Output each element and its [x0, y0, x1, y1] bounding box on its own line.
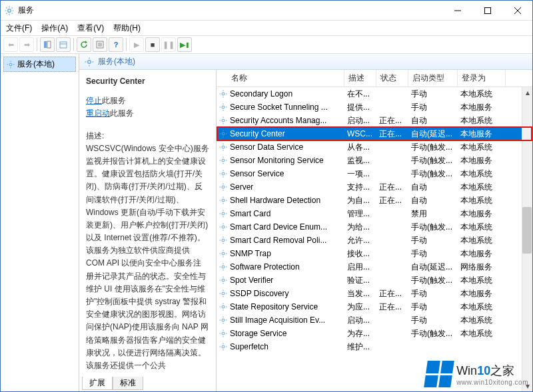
cell-name: Software Protection [227, 262, 344, 272]
window-controls [442, 1, 532, 21]
service-row[interactable]: Sensor Service一项...手动(触发...本地系统 [217, 167, 532, 180]
scroll-up-gutter [217, 70, 227, 87]
restart-service-button[interactable]: ▶❚ [177, 37, 192, 52]
toolbar-separator [73, 38, 74, 51]
cell-logon: 本地系统 [458, 182, 506, 193]
cell-logon: 本地系统 [458, 222, 506, 233]
svg-rect-10 [484, 7, 490, 13]
nav-back-button[interactable]: ⬅ [3, 37, 18, 52]
service-row[interactable]: SNMP Trap接收...手动本地服务 [217, 247, 532, 260]
show-hide-tree-button[interactable] [40, 37, 55, 52]
col-header-name[interactable]: 名称 [227, 70, 344, 87]
gear-icon [217, 250, 227, 258]
wm-num: 10 [477, 364, 490, 377]
col-header-status[interactable]: 状态 [376, 70, 408, 87]
service-row[interactable]: Security CenterWSC...正在...自动(延迟...本地服务 [217, 127, 532, 140]
svg-point-51 [222, 146, 225, 148]
maximize-button[interactable] [472, 1, 502, 21]
service-row[interactable]: Server支持...正在...自动本地系统 [217, 180, 532, 194]
cell-desc: 从各... [344, 142, 376, 153]
service-row[interactable]: SSDP Discovery当发...正在...手动本地服务 [217, 287, 532, 300]
gear-icon [85, 57, 94, 67]
restart-suffix: 此服务 [110, 108, 134, 118]
menu-file[interactable]: 文件(F) [6, 23, 32, 34]
cell-desc: 支持... [344, 182, 376, 193]
nav-forward-button[interactable]: ➡ [19, 37, 34, 52]
service-list[interactable]: Secondary Logon在不...手动本地系统Secure Socket … [217, 87, 532, 391]
gear-icon [217, 236, 227, 244]
refresh-button[interactable] [77, 37, 91, 52]
cell-startup: 手动 [408, 288, 458, 299]
service-row[interactable]: Shell Hardware Detection为自...正在...自动本地系统 [217, 194, 532, 207]
service-detail-pane: Security Center 停止此服务 重启动此服务 描述: WSCSVC(… [79, 70, 216, 391]
cell-logon: 本地系统 [458, 89, 506, 100]
scroll-up-icon[interactable]: ▴ [522, 87, 532, 98]
service-row[interactable]: Security Accounts Manag...启动...正在...自动本地… [217, 114, 532, 127]
cell-desc: 当发... [344, 288, 376, 299]
start-service-button[interactable]: ▶ [129, 37, 144, 52]
pane-header: 服务(本地) [79, 54, 532, 70]
service-row[interactable]: Storage Service为存...手动(触发...本地系统 [217, 327, 532, 340]
close-button[interactable] [502, 1, 532, 21]
cell-logon: 本地系统 [458, 315, 506, 326]
cell-status: 正在... [376, 115, 408, 126]
gear-icon [217, 183, 227, 191]
cell-logon: 本地系统 [458, 168, 506, 180]
svg-point-121 [222, 332, 225, 335]
cell-name: Smart Card [227, 209, 344, 218]
stop-link[interactable]: 停止 [86, 96, 102, 105]
cell-desc: 维护... [344, 341, 376, 353]
menu-view[interactable]: 查看(V) [77, 23, 104, 34]
help-button[interactable]: ? [109, 37, 123, 52]
svg-line-7 [6, 13, 7, 13]
cell-desc: 启用... [344, 262, 376, 273]
col-header-logon[interactable]: 登录为 [458, 70, 506, 87]
tab-extended[interactable]: 扩展 [82, 377, 113, 390]
svg-point-61 [222, 172, 225, 175]
cell-startup: 手动 [408, 315, 458, 326]
service-row[interactable]: Superfetch维护... [217, 340, 532, 353]
cell-startup: 手动 [408, 102, 458, 113]
service-row[interactable]: Sensor Monitoring Service监视...手动(触发...本地… [217, 154, 532, 167]
pause-service-button[interactable]: ❚❚ [161, 37, 176, 52]
service-row[interactable]: Spot Verifier验证...手动(触发...本地系统 [217, 274, 532, 287]
services-window: 服务 文件(F) 操作(A) 查看(V) 帮助(H) ⬅ ➡ ? ▶ ■ ❚❚ … [0, 0, 533, 392]
service-row[interactable]: Smart Card管理...禁用本地服务 [217, 207, 532, 220]
cell-status: 正在... [376, 301, 408, 313]
col-header-startup[interactable]: 启动类型 [408, 70, 458, 87]
svg-point-71 [222, 199, 225, 202]
properties-button[interactable] [93, 37, 107, 52]
right-pane: 服务(本地) Security Center 停止此服务 重启动此服务 描述: … [79, 54, 532, 391]
scroll-thumb[interactable] [522, 207, 532, 254]
service-row[interactable]: Smart Card Removal Poli...允许...手动本地系统 [217, 234, 532, 247]
service-row[interactable]: Secondary Logon在不...手动本地系统 [217, 87, 532, 100]
export-list-button[interactable] [56, 37, 71, 52]
minimize-button[interactable] [442, 1, 472, 21]
service-row[interactable]: Secure Socket Tunneling ...提供...手动本地服务 [217, 100, 532, 114]
service-row[interactable]: State Repository Service为应...正在...手动本地系统 [217, 300, 532, 313]
cell-name: Smart Card Device Enum... [227, 222, 344, 232]
cell-logon: 本地系统 [458, 235, 506, 246]
cell-logon: 本地服务 [458, 155, 506, 166]
col-header-desc[interactable]: 描述 [344, 70, 376, 87]
service-row[interactable]: Sensor Data Service从各...手动(触发...本地系统 [217, 140, 532, 154]
wm-prefix: Win [456, 364, 477, 377]
cell-startup: 自动 [408, 195, 458, 206]
cell-startup: 自动(延迟... [408, 262, 458, 273]
service-row[interactable]: Smart Card Device Enum...为给...手动(触发...本地… [217, 220, 532, 234]
service-row[interactable]: Still Image Acquisition Ev...启动...手动本地系统 [217, 313, 532, 327]
svg-point-96 [222, 266, 225, 268]
menu-help[interactable]: 帮助(H) [113, 23, 141, 34]
restart-link[interactable]: 重启动 [86, 108, 110, 118]
cell-desc: 为自... [344, 195, 376, 206]
svg-point-31 [222, 93, 225, 95]
list-vertical-scrollbar[interactable]: ▴ ▾ [522, 87, 532, 391]
gear-icon [217, 103, 227, 111]
cell-desc: 启动... [344, 315, 376, 326]
tree-root-services-local[interactable]: 服务(本地) [3, 57, 76, 72]
tab-standard[interactable]: 标准 [113, 377, 143, 390]
stop-service-button[interactable]: ■ [145, 37, 160, 52]
service-row[interactable]: Software Protection启用...自动(延迟...网络服务 [217, 260, 532, 274]
cell-status: 正在... [376, 288, 408, 299]
menu-action[interactable]: 操作(A) [41, 23, 68, 34]
